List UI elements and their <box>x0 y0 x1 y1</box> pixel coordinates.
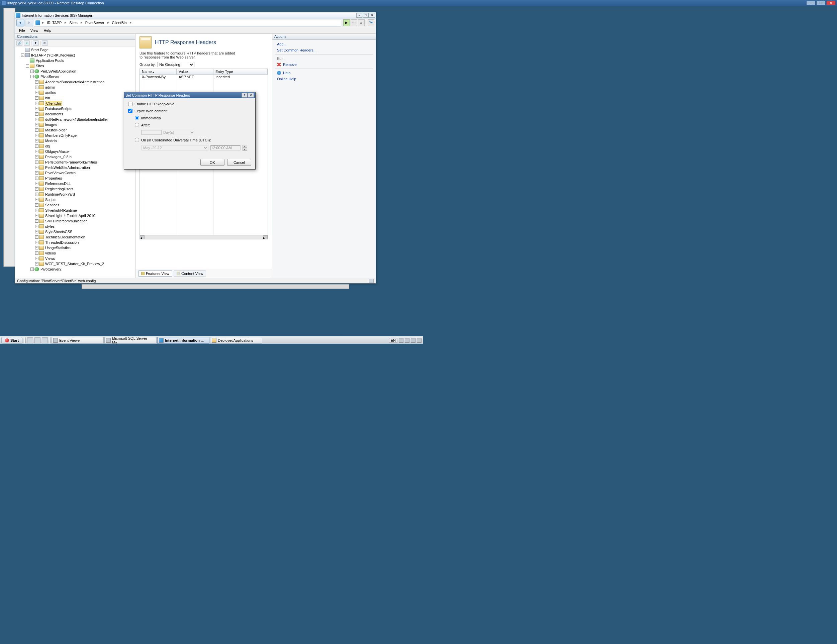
expand-icon[interactable]: + <box>35 139 38 143</box>
radio-after[interactable] <box>135 123 139 127</box>
iis-maximize-button[interactable]: □ <box>363 13 369 18</box>
taskbar-item-event-viewer[interactable]: Event Viewer <box>51 337 104 344</box>
expand-icon[interactable]: + <box>35 91 38 94</box>
scroll-left-button[interactable]: ◂ <box>140 235 144 239</box>
tree-node[interactable]: +PerlsContentFrameworkEntities <box>15 159 135 165</box>
tab-features-view[interactable]: Features View <box>138 270 172 277</box>
iis-titlebar[interactable]: Internet Information Services (IIS) Mana… <box>15 12 376 18</box>
keepalive-checkbox[interactable] <box>128 102 133 106</box>
quicklaunch-1[interactable] <box>27 338 33 343</box>
cancel-button[interactable]: Cancel <box>227 159 251 166</box>
tree-node[interactable]: +PerLSWebApplication <box>15 69 135 74</box>
collapse-icon[interactable]: - <box>30 75 34 78</box>
tree-node[interactable]: +Models <box>15 138 135 143</box>
dialog-help-button[interactable]: ? <box>241 93 248 98</box>
tree-node[interactable]: +SMTPIntercommunication <box>15 218 135 224</box>
breadcrumb-seg-1[interactable]: Sites <box>67 21 80 25</box>
tree-node[interactable]: -IRLTAPP (YORKU\ecyriac) <box>15 52 135 58</box>
expand-icon[interactable]: + <box>30 267 34 271</box>
tree-node[interactable]: +ReferencesDLL <box>15 181 135 186</box>
grid-hscroll[interactable]: ◂ ▸ <box>140 235 268 239</box>
tray-icon-1[interactable] <box>399 338 404 343</box>
expand-icon[interactable]: + <box>35 225 38 228</box>
expand-icon[interactable]: + <box>35 262 38 265</box>
scroll-track[interactable] <box>144 235 263 239</box>
iis-minimize-button[interactable]: – <box>356 13 362 18</box>
tree-node[interactable]: +ThreadedDiscussion <box>15 240 135 245</box>
nav-go-button[interactable]: ▶ <box>343 20 350 26</box>
tree-node[interactable]: +Views <box>15 256 135 261</box>
action-online-help[interactable]: Online Help <box>272 76 376 82</box>
tree-node[interactable]: +MembersOnlyPage <box>15 133 135 138</box>
tab-content-view[interactable]: Content View <box>174 270 206 277</box>
tree-node[interactable]: +dotNetFramework4StandaloneInstaller <box>15 117 135 122</box>
expand-icon[interactable]: + <box>35 80 38 84</box>
menu-help[interactable]: Help <box>41 28 54 33</box>
expand-icon[interactable]: + <box>35 171 38 175</box>
tree-node[interactable]: +bin <box>15 95 135 101</box>
taskbar-item-sql-server[interactable]: Microsoft SQL Server Ma... <box>104 337 157 344</box>
expand-icon[interactable]: + <box>35 182 38 185</box>
tree-node[interactable]: +obj <box>15 143 135 149</box>
col-entry-type[interactable]: Entry Type <box>213 69 268 74</box>
tree-node[interactable]: +AcademicBureaucraticAdminstration <box>15 79 135 85</box>
expand-icon[interactable]: + <box>35 257 38 260</box>
expand-icon[interactable]: + <box>35 150 38 153</box>
nav-help-button[interactable]: ?▾ <box>368 20 374 26</box>
dialog-titlebar[interactable]: Set Common HTTP Response Headers ? ✕ <box>124 92 255 98</box>
tree-node[interactable]: +Silverlight4Runtime <box>15 208 135 213</box>
conn-connect-button[interactable]: 🔗 <box>16 41 22 46</box>
quicklaunch-2[interactable] <box>34 338 41 343</box>
tree-node[interactable]: +RuntimeWorkYard <box>15 192 135 197</box>
col-name[interactable]: Name ▴ <box>140 69 177 74</box>
expire-checkbox[interactable] <box>128 109 133 113</box>
nav-home-button[interactable]: ⌂ <box>358 20 364 26</box>
expand-icon[interactable]: + <box>35 241 38 244</box>
tree-node[interactable]: +videos <box>15 251 135 256</box>
action-add[interactable]: Add... <box>272 41 376 47</box>
expand-icon[interactable]: + <box>35 193 38 196</box>
radio-immediately[interactable] <box>135 116 139 120</box>
expand-icon[interactable]: + <box>35 187 38 190</box>
tree-node[interactable]: +styles <box>15 224 135 229</box>
expand-icon[interactable]: + <box>35 107 38 110</box>
grid-row[interactable]: X-Powered-By ASP.NET Inherited <box>140 75 268 79</box>
rdp-restore-button[interactable]: ❐ <box>816 1 826 5</box>
collapse-icon[interactable]: - <box>26 64 29 67</box>
expand-icon[interactable]: + <box>35 166 38 169</box>
expand-icon[interactable]: + <box>35 251 38 255</box>
expand-icon[interactable]: + <box>35 112 38 116</box>
quicklaunch-3[interactable] <box>42 338 48 343</box>
expand-icon[interactable]: + <box>35 102 38 105</box>
tree-node[interactable]: +Properties <box>15 175 135 181</box>
menu-file[interactable]: File <box>16 28 28 33</box>
action-remove[interactable]: Remove <box>272 62 376 67</box>
ok-button[interactable]: OK <box>200 159 225 166</box>
expand-icon[interactable]: + <box>35 96 38 100</box>
tree-node[interactable]: +DatabaseScripts <box>15 106 135 111</box>
tree-node[interactable]: -Sites <box>15 63 135 69</box>
tray-icon-3[interactable] <box>411 338 415 343</box>
iis-close-button[interactable]: ✕ <box>369 13 375 18</box>
expand-icon[interactable]: + <box>35 144 38 148</box>
expand-icon[interactable]: + <box>35 209 38 212</box>
expand-icon[interactable]: + <box>35 155 38 159</box>
expand-icon[interactable]: + <box>35 177 38 180</box>
tray-icon-2[interactable] <box>405 338 409 343</box>
action-edit[interactable]: Edit... <box>272 56 376 62</box>
breadcrumb-seg-3[interactable]: ClientBin <box>110 21 129 25</box>
collapse-icon[interactable]: - <box>21 54 25 57</box>
conn-refresh-button[interactable]: ⟳ <box>42 41 48 46</box>
expand-icon[interactable]: + <box>30 70 34 73</box>
menu-view[interactable]: View <box>28 28 41 33</box>
expand-icon[interactable]: + <box>35 128 38 132</box>
rdp-close-button[interactable]: ✕ <box>826 1 836 5</box>
action-help[interactable]: Help <box>272 70 376 76</box>
tree-node[interactable]: +WCF_REST_Starter_Kit_Preview_2 <box>15 261 135 267</box>
expand-icon[interactable]: + <box>35 203 38 206</box>
expand-icon[interactable]: + <box>35 85 38 89</box>
tree-node[interactable]: Start Page <box>15 47 135 52</box>
tree-node[interactable]: +Packages_0.8.b <box>15 154 135 159</box>
tree-node[interactable]: +StyleSheetsCSS <box>15 229 135 234</box>
breadcrumb-seg-2[interactable]: PivotServer <box>83 21 107 25</box>
